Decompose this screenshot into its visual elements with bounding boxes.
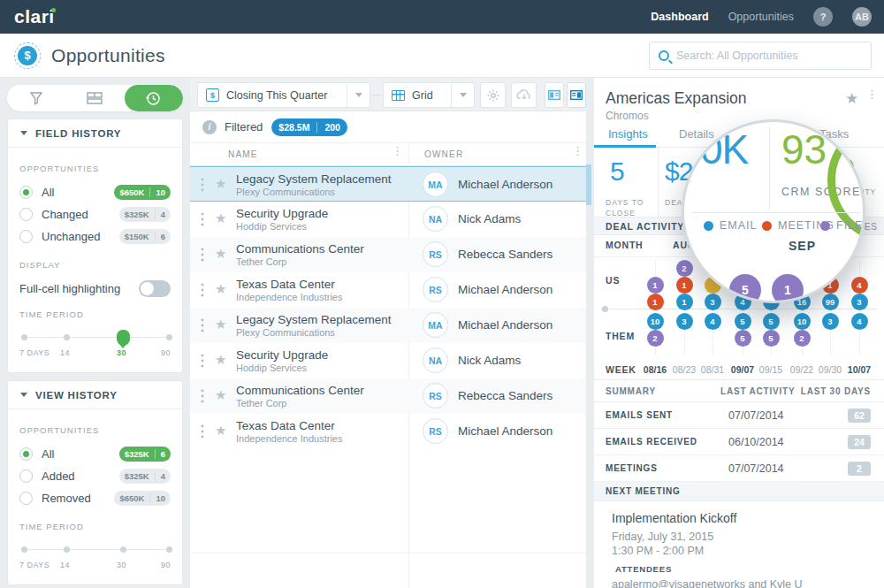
summary-metric-label: EMAILS RECEIVED <box>606 437 697 447</box>
search-input[interactable] <box>676 50 871 62</box>
activity-bubble[interactable]: 2 <box>647 330 664 347</box>
nav-item-opportunities[interactable]: Opportunities <box>728 11 794 23</box>
avatar[interactable]: AB <box>852 7 872 27</box>
column-header-owner[interactable]: OWNER <box>424 149 463 159</box>
drag-handle-icon[interactable] <box>201 424 204 442</box>
star-icon[interactable]: ★ <box>215 352 226 368</box>
layout-left-toggle[interactable] <box>545 82 564 108</box>
activity-bubble[interactable]: 5 <box>763 313 780 330</box>
activity-bubble[interactable]: 1 <box>647 277 664 294</box>
owner-column-menu-icon[interactable]: ⋮ <box>572 147 583 156</box>
radio-icon[interactable] <box>19 447 33 461</box>
view-history-time-slider[interactable]: 7 DAYS143090 <box>19 542 171 572</box>
slider-stop[interactable] <box>64 334 70 340</box>
detail-menu-icon[interactable]: ⋮ <box>866 90 878 99</box>
activity-bubble[interactable]: 4 <box>851 313 868 330</box>
view-selector-dropdown[interactable]: $ Closing This Quarter <box>197 82 370 108</box>
radio-option-unchanged[interactable]: Unchanged$150K6 <box>19 225 171 248</box>
full-cell-highlighting-toggle[interactable] <box>139 280 171 297</box>
table-row[interactable]: ★Communications CenterTether CorpRSRebec… <box>190 237 586 272</box>
activity-bubble[interactable]: 2 <box>794 330 811 347</box>
activity-bubble[interactable]: 10 <box>794 313 811 330</box>
drag-handle-icon[interactable] <box>201 178 204 195</box>
field-history-time-slider[interactable]: 7 DAYS143090 <box>19 330 171 360</box>
tab-history[interactable] <box>125 85 183 111</box>
activity-bubble[interactable]: 3 <box>676 313 693 330</box>
activity-bubble[interactable]: 3 <box>705 294 721 310</box>
column-header-name[interactable]: NAME <box>228 149 258 159</box>
activity-bubble[interactable]: 3 <box>822 313 839 330</box>
radio-icon[interactable] <box>19 470 33 483</box>
drag-handle-icon[interactable] <box>201 354 204 371</box>
help-icon[interactable]: ? <box>813 7 833 27</box>
radio-icon[interactable] <box>19 230 33 243</box>
radio-icon[interactable] <box>19 208 33 221</box>
slider-stop[interactable] <box>166 334 172 340</box>
favorite-star-icon[interactable]: ★ <box>845 89 858 108</box>
radio-option-removed[interactable]: Removed$650K10 <box>19 487 171 509</box>
radio-option-all[interactable]: All$650K10 <box>19 181 171 203</box>
activity-bubble[interactable]: 1 <box>676 294 693 310</box>
activity-bubble[interactable]: 99 <box>822 294 839 310</box>
slider-stop[interactable] <box>166 546 172 553</box>
activity-bubble[interactable]: 10 <box>647 313 664 330</box>
drag-handle-icon[interactable] <box>201 248 204 265</box>
layout-selector-dropdown[interactable]: Grid <box>383 82 475 108</box>
nav-item-dashboard[interactable]: Dashboard <box>651 11 708 23</box>
owner-avatar: RS <box>423 241 448 267</box>
layout-right-toggle[interactable] <box>567 82 586 108</box>
activity-bubble[interactable]: 2 <box>676 260 693 277</box>
tab-details[interactable]: Details <box>679 127 714 141</box>
slider-stop[interactable] <box>21 334 27 340</box>
grid-scrollbar-thumb[interactable] <box>586 164 591 205</box>
radio-option-changed[interactable]: Changed$325K4 <box>19 203 171 225</box>
drag-handle-icon[interactable] <box>201 283 204 301</box>
drag-handle-icon[interactable] <box>201 389 204 407</box>
radio-option-added[interactable]: Added$325K4 <box>19 465 171 487</box>
slider-stop[interactable] <box>120 546 126 553</box>
star-icon[interactable]: ★ <box>215 176 226 192</box>
tab-filters[interactable] <box>7 85 65 111</box>
activity-bubble[interactable]: 4 <box>705 313 721 330</box>
clari-logo[interactable]: clari <box>14 6 55 27</box>
search-box[interactable] <box>649 42 872 70</box>
star-icon[interactable]: ★ <box>215 387 226 403</box>
table-row[interactable]: ★Texas Data CenterIndependence Industrie… <box>190 272 586 308</box>
slider-tick-label: 7 DAYS <box>19 561 50 569</box>
field-history-header[interactable]: FIELD HISTORY <box>8 119 182 148</box>
star-icon[interactable]: ★ <box>215 281 226 297</box>
opportunity-grid: $ Closing This Quarter Grid i Filtered $… <box>190 78 586 588</box>
radio-icon[interactable] <box>19 492 33 505</box>
table-row[interactable]: ★Security UpgradeHoddip ServicesNANick A… <box>190 343 586 378</box>
table-row[interactable]: ★Texas Data CenterIndependence Industrie… <box>190 414 586 449</box>
drag-handle-icon[interactable] <box>201 318 204 336</box>
slider-handle[interactable] <box>117 330 130 346</box>
star-icon[interactable]: ★ <box>215 423 226 439</box>
drag-handle-icon[interactable] <box>201 212 204 230</box>
star-icon[interactable]: ★ <box>215 317 226 332</box>
view-history-header[interactable]: VIEW HISTORY <box>8 381 182 409</box>
activity-bubble[interactable]: 1 <box>647 294 664 310</box>
table-row[interactable]: ★Legacy System ReplacementPlexy Communic… <box>190 308 586 343</box>
table-row[interactable]: ★Security UpgradeHoddip ServicesNANick A… <box>190 202 586 237</box>
star-icon[interactable]: ★ <box>215 210 226 226</box>
activity-bubble[interactable]: 5 <box>735 330 751 347</box>
tab-insights[interactable]: Insights <box>608 127 648 141</box>
info-icon[interactable]: i <box>202 120 217 134</box>
export-button[interactable] <box>511 82 537 108</box>
table-row[interactable]: ★Communications CenterTether CorpRSRebec… <box>190 378 586 414</box>
activity-bubble[interactable]: 3 <box>851 294 868 310</box>
activity-bubble[interactable]: 1 <box>676 277 693 294</box>
radio-option-all[interactable]: All$325K6 <box>19 443 171 465</box>
table-row[interactable]: ★Legacy System ReplacementPlexy Communic… <box>190 166 586 202</box>
star-icon[interactable]: ★ <box>215 246 226 262</box>
activity-bubble[interactable]: 4 <box>851 277 868 294</box>
name-column-menu-icon[interactable]: ⋮ <box>392 147 403 156</box>
settings-button[interactable] <box>480 82 506 108</box>
slider-stop[interactable] <box>21 546 27 553</box>
activity-bubble[interactable]: 5 <box>763 330 780 347</box>
radio-icon[interactable] <box>19 186 33 199</box>
tab-columns[interactable] <box>65 85 124 111</box>
slider-stop[interactable] <box>64 546 70 553</box>
activity-bubble[interactable]: 5 <box>735 313 751 330</box>
